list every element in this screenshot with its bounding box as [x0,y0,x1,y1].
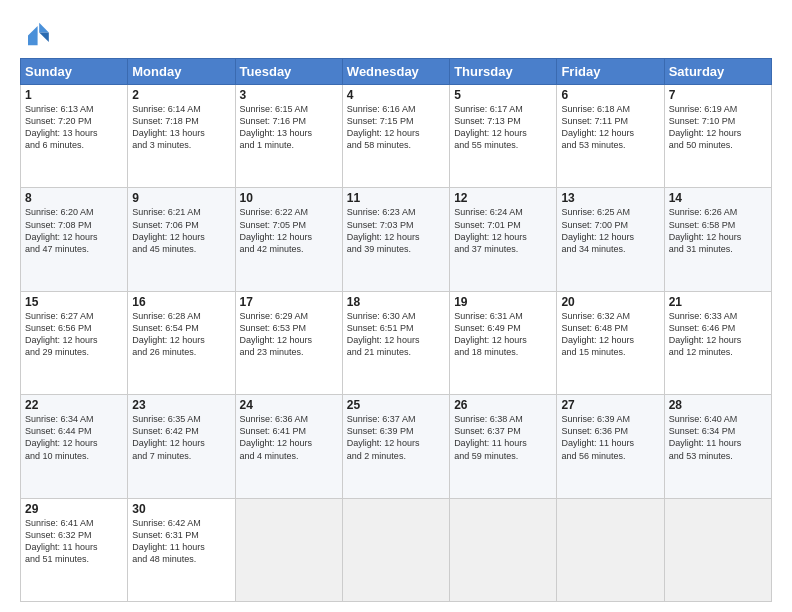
day-info: Sunrise: 6:40 AM Sunset: 6:34 PM Dayligh… [669,413,767,462]
day-info: Sunrise: 6:22 AM Sunset: 7:05 PM Dayligh… [240,206,338,255]
day-number: 28 [669,398,767,412]
calendar-cell: 12Sunrise: 6:24 AM Sunset: 7:01 PM Dayli… [450,188,557,291]
day-info: Sunrise: 6:28 AM Sunset: 6:54 PM Dayligh… [132,310,230,359]
day-of-week-header: Sunday [21,59,128,85]
day-number: 21 [669,295,767,309]
day-info: Sunrise: 6:39 AM Sunset: 6:36 PM Dayligh… [561,413,659,462]
calendar-cell: 28Sunrise: 6:40 AM Sunset: 6:34 PM Dayli… [664,395,771,498]
day-of-week-header: Wednesday [342,59,449,85]
day-number: 5 [454,88,552,102]
day-number: 7 [669,88,767,102]
day-number: 15 [25,295,123,309]
calendar-cell [450,498,557,601]
day-info: Sunrise: 6:35 AM Sunset: 6:42 PM Dayligh… [132,413,230,462]
calendar: SundayMondayTuesdayWednesdayThursdayFrid… [20,58,772,602]
day-info: Sunrise: 6:20 AM Sunset: 7:08 PM Dayligh… [25,206,123,255]
calendar-cell: 30Sunrise: 6:42 AM Sunset: 6:31 PM Dayli… [128,498,235,601]
calendar-cell: 2Sunrise: 6:14 AM Sunset: 7:18 PM Daylig… [128,85,235,188]
day-number: 27 [561,398,659,412]
calendar-cell: 10Sunrise: 6:22 AM Sunset: 7:05 PM Dayli… [235,188,342,291]
calendar-cell: 20Sunrise: 6:32 AM Sunset: 6:48 PM Dayli… [557,291,664,394]
day-info: Sunrise: 6:25 AM Sunset: 7:00 PM Dayligh… [561,206,659,255]
day-info: Sunrise: 6:21 AM Sunset: 7:06 PM Dayligh… [132,206,230,255]
day-number: 13 [561,191,659,205]
day-number: 29 [25,502,123,516]
day-info: Sunrise: 6:33 AM Sunset: 6:46 PM Dayligh… [669,310,767,359]
calendar-cell: 19Sunrise: 6:31 AM Sunset: 6:49 PM Dayli… [450,291,557,394]
calendar-cell: 24Sunrise: 6:36 AM Sunset: 6:41 PM Dayli… [235,395,342,498]
day-number: 22 [25,398,123,412]
day-info: Sunrise: 6:31 AM Sunset: 6:49 PM Dayligh… [454,310,552,359]
day-number: 3 [240,88,338,102]
day-of-week-header: Saturday [664,59,771,85]
calendar-cell: 6Sunrise: 6:18 AM Sunset: 7:11 PM Daylig… [557,85,664,188]
day-number: 4 [347,88,445,102]
svg-marker-0 [39,23,49,33]
day-of-week-header: Friday [557,59,664,85]
calendar-cell: 27Sunrise: 6:39 AM Sunset: 6:36 PM Dayli… [557,395,664,498]
day-info: Sunrise: 6:14 AM Sunset: 7:18 PM Dayligh… [132,103,230,152]
calendar-cell: 4Sunrise: 6:16 AM Sunset: 7:15 PM Daylig… [342,85,449,188]
calendar-cell: 25Sunrise: 6:37 AM Sunset: 6:39 PM Dayli… [342,395,449,498]
day-number: 25 [347,398,445,412]
calendar-cell: 9Sunrise: 6:21 AM Sunset: 7:06 PM Daylig… [128,188,235,291]
day-number: 2 [132,88,230,102]
calendar-cell: 1Sunrise: 6:13 AM Sunset: 7:20 PM Daylig… [21,85,128,188]
day-info: Sunrise: 6:38 AM Sunset: 6:37 PM Dayligh… [454,413,552,462]
day-of-week-header: Monday [128,59,235,85]
day-number: 1 [25,88,123,102]
logo-icon [20,18,52,50]
svg-marker-2 [28,26,38,45]
calendar-cell [664,498,771,601]
calendar-cell: 21Sunrise: 6:33 AM Sunset: 6:46 PM Dayli… [664,291,771,394]
calendar-cell: 23Sunrise: 6:35 AM Sunset: 6:42 PM Dayli… [128,395,235,498]
day-info: Sunrise: 6:16 AM Sunset: 7:15 PM Dayligh… [347,103,445,152]
day-number: 24 [240,398,338,412]
calendar-cell: 13Sunrise: 6:25 AM Sunset: 7:00 PM Dayli… [557,188,664,291]
day-number: 8 [25,191,123,205]
day-number: 18 [347,295,445,309]
calendar-cell: 3Sunrise: 6:15 AM Sunset: 7:16 PM Daylig… [235,85,342,188]
day-info: Sunrise: 6:37 AM Sunset: 6:39 PM Dayligh… [347,413,445,462]
day-info: Sunrise: 6:29 AM Sunset: 6:53 PM Dayligh… [240,310,338,359]
calendar-cell: 18Sunrise: 6:30 AM Sunset: 6:51 PM Dayli… [342,291,449,394]
logo [20,18,56,50]
day-number: 11 [347,191,445,205]
day-number: 16 [132,295,230,309]
day-number: 14 [669,191,767,205]
calendar-cell: 5Sunrise: 6:17 AM Sunset: 7:13 PM Daylig… [450,85,557,188]
calendar-cell [342,498,449,601]
day-info: Sunrise: 6:24 AM Sunset: 7:01 PM Dayligh… [454,206,552,255]
day-info: Sunrise: 6:23 AM Sunset: 7:03 PM Dayligh… [347,206,445,255]
day-info: Sunrise: 6:42 AM Sunset: 6:31 PM Dayligh… [132,517,230,566]
day-info: Sunrise: 6:17 AM Sunset: 7:13 PM Dayligh… [454,103,552,152]
day-info: Sunrise: 6:13 AM Sunset: 7:20 PM Dayligh… [25,103,123,152]
calendar-cell: 11Sunrise: 6:23 AM Sunset: 7:03 PM Dayli… [342,188,449,291]
calendar-cell: 17Sunrise: 6:29 AM Sunset: 6:53 PM Dayli… [235,291,342,394]
calendar-cell: 16Sunrise: 6:28 AM Sunset: 6:54 PM Dayli… [128,291,235,394]
day-info: Sunrise: 6:32 AM Sunset: 6:48 PM Dayligh… [561,310,659,359]
calendar-cell: 29Sunrise: 6:41 AM Sunset: 6:32 PM Dayli… [21,498,128,601]
day-info: Sunrise: 6:27 AM Sunset: 6:56 PM Dayligh… [25,310,123,359]
day-number: 30 [132,502,230,516]
day-info: Sunrise: 6:34 AM Sunset: 6:44 PM Dayligh… [25,413,123,462]
day-number: 26 [454,398,552,412]
calendar-cell: 14Sunrise: 6:26 AM Sunset: 6:58 PM Dayli… [664,188,771,291]
day-number: 23 [132,398,230,412]
day-number: 6 [561,88,659,102]
calendar-cell: 22Sunrise: 6:34 AM Sunset: 6:44 PM Dayli… [21,395,128,498]
day-info: Sunrise: 6:41 AM Sunset: 6:32 PM Dayligh… [25,517,123,566]
calendar-cell: 7Sunrise: 6:19 AM Sunset: 7:10 PM Daylig… [664,85,771,188]
calendar-cell: 26Sunrise: 6:38 AM Sunset: 6:37 PM Dayli… [450,395,557,498]
day-number: 9 [132,191,230,205]
day-info: Sunrise: 6:26 AM Sunset: 6:58 PM Dayligh… [669,206,767,255]
day-number: 10 [240,191,338,205]
day-info: Sunrise: 6:36 AM Sunset: 6:41 PM Dayligh… [240,413,338,462]
day-info: Sunrise: 6:18 AM Sunset: 7:11 PM Dayligh… [561,103,659,152]
day-of-week-header: Tuesday [235,59,342,85]
calendar-cell: 15Sunrise: 6:27 AM Sunset: 6:56 PM Dayli… [21,291,128,394]
svg-marker-1 [39,32,49,42]
calendar-cell: 8Sunrise: 6:20 AM Sunset: 7:08 PM Daylig… [21,188,128,291]
day-number: 19 [454,295,552,309]
day-info: Sunrise: 6:15 AM Sunset: 7:16 PM Dayligh… [240,103,338,152]
